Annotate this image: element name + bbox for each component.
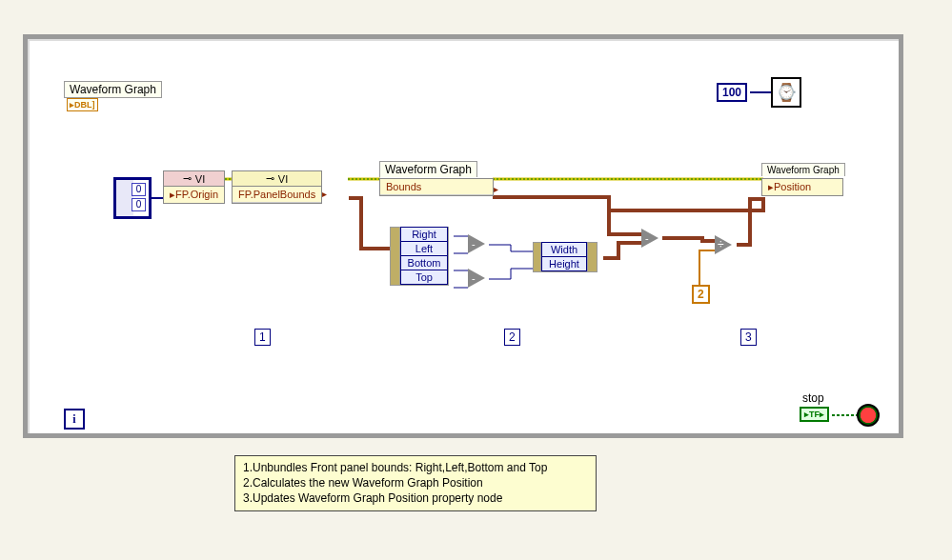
step-marker-1: 1 bbox=[254, 329, 271, 346]
vi-property-node-panel-bounds: ⊸VI FP.PanelBounds ▸ bbox=[232, 170, 322, 204]
bundle-width: Width bbox=[541, 242, 587, 257]
wg-property-node-position: ▸Position bbox=[761, 178, 843, 196]
key-icon: ⊸ bbox=[183, 172, 192, 185]
unbundle-bottom: Bottom bbox=[400, 255, 448, 270]
waveform-graph-terminal: ▸DBL] bbox=[67, 98, 98, 111]
loop-stop-condition bbox=[857, 404, 880, 427]
property-fp-origin: ▸FP.Origin bbox=[164, 187, 224, 203]
note-line-3: 3.Updates Waveform Graph Position proper… bbox=[243, 490, 588, 506]
unbundle-left: Left bbox=[400, 241, 448, 256]
wg-node2-label: Waveform Graph bbox=[761, 163, 845, 176]
while-loop-structure: Waveform Graph ▸DBL] 100 ⌚ 0 0 ⊸VI ▸FP.O… bbox=[23, 34, 903, 438]
step-marker-2: 2 bbox=[504, 329, 520, 346]
array-val-0: 0 bbox=[132, 183, 146, 196]
array-constant: 0 0 bbox=[113, 177, 152, 219]
unbundle-top: Top bbox=[400, 270, 448, 285]
note-line-1: 1.Unbundles Front panel bounds: Right,Le… bbox=[243, 460, 588, 475]
subtract-node-2 bbox=[468, 269, 485, 288]
bundle-by-name: Width Height bbox=[533, 242, 598, 272]
wait-ms-node: ⌚ bbox=[771, 77, 801, 108]
wg-property-node-bounds: Bounds ▸ bbox=[379, 178, 494, 196]
key-icon: ⊸ bbox=[266, 172, 274, 185]
wg-node1-label: Waveform Graph bbox=[379, 161, 477, 177]
subtract-node-1 bbox=[468, 234, 485, 253]
waveform-graph-label: Waveform Graph bbox=[64, 81, 162, 98]
constant-2: 2 bbox=[692, 285, 710, 304]
property-panel-bounds: FP.PanelBounds bbox=[233, 187, 321, 203]
array-val-1: 0 bbox=[132, 198, 146, 211]
note-line-2: 2.Calculates the new Waveform Graph Posi… bbox=[243, 475, 588, 490]
property-position: ▸Position bbox=[762, 179, 842, 195]
notes-box: 1.Unbundles Front panel bounds: Right,Le… bbox=[234, 455, 597, 511]
stop-label: stop bbox=[802, 391, 824, 405]
unbundle-right: Right bbox=[400, 227, 448, 242]
subtract-node-3 bbox=[641, 229, 658, 248]
stop-terminal[interactable]: ▸TF▸ bbox=[800, 407, 829, 422]
property-bounds: Bounds bbox=[380, 179, 493, 195]
unbundle-by-name: Right Left Bottom Top bbox=[390, 227, 449, 286]
loop-iteration-terminal: i bbox=[64, 409, 85, 430]
step-marker-3: 3 bbox=[740, 329, 757, 346]
vi-property-node-fp-origin: ⊸VI ▸FP.Origin bbox=[163, 170, 225, 204]
constant-100: 100 bbox=[717, 83, 747, 102]
bundle-height: Height bbox=[541, 256, 587, 271]
